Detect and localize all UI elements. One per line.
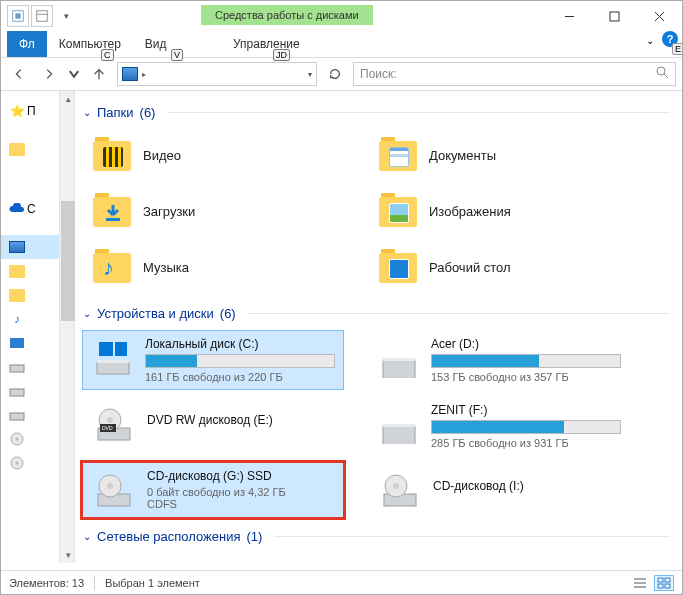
group-header-network[interactable]: ⌄ Сетевые расположения (1) <box>83 529 670 544</box>
keytip-help: E <box>672 43 683 55</box>
hdd-icon <box>379 337 419 379</box>
address-bar[interactable]: ▸ ▾ <box>117 62 317 86</box>
qat-props-icon[interactable] <box>31 5 53 27</box>
svg-rect-30 <box>383 426 415 444</box>
folder-tile-music[interactable]: ♪ Музыка <box>87 242 347 292</box>
folder-tile-desktop[interactable]: Рабочий стол <box>373 242 633 292</box>
group-count: (6) <box>140 105 156 120</box>
folder-tile-videos[interactable]: Видео <box>87 130 347 180</box>
drive-free-text: 153 ГБ свободно из 357 ГБ <box>431 371 621 383</box>
svg-rect-31 <box>383 424 415 427</box>
sidebar-scrollbar[interactable]: ▴ ▾ <box>59 91 75 563</box>
sidebar-item[interactable] <box>1 283 59 307</box>
back-button[interactable] <box>7 62 31 86</box>
svg-rect-2 <box>37 11 48 22</box>
divider <box>274 536 670 537</box>
divider <box>167 112 670 113</box>
keytip-view: V <box>171 49 183 61</box>
address-dropdown-icon[interactable]: ▾ <box>308 70 312 79</box>
svg-rect-22 <box>115 342 127 356</box>
drive-name: Acer (D:) <box>431 337 621 351</box>
svg-rect-1 <box>15 13 20 18</box>
view-details-button[interactable] <box>630 575 650 591</box>
history-dropdown-icon[interactable] <box>67 62 81 86</box>
scroll-up-icon[interactable]: ▴ <box>60 91 76 107</box>
group-header-drives[interactable]: ⌄ Устройства и диски (6) <box>83 306 670 321</box>
search-icon <box>656 66 669 82</box>
sidebar-item[interactable] <box>1 137 59 161</box>
sidebar-item[interactable] <box>1 451 59 475</box>
sidebar-item[interactable] <box>1 379 59 403</box>
desktop-icon <box>9 335 25 351</box>
qat-dropdown-icon[interactable]: ▾ <box>55 5 77 27</box>
drive-tile-i[interactable]: CD-дисковод (I:) <box>369 463 629 517</box>
drive-tile-e[interactable]: DVD DVD RW дисковод (E:) <box>83 397 343 455</box>
maximize-button[interactable] <box>592 1 637 31</box>
folder-icon <box>379 249 419 285</box>
folder-icon <box>93 193 133 229</box>
status-selection: Выбран 1 элемент <box>105 577 200 589</box>
drive-usage-bar <box>145 354 335 368</box>
folder-tile-downloads[interactable]: Загрузки <box>87 186 347 236</box>
chevron-down-icon: ⌄ <box>83 308 91 319</box>
sidebar-item[interactable] <box>1 259 59 283</box>
svg-rect-24 <box>383 358 415 361</box>
divider <box>94 576 95 590</box>
search-placeholder: Поиск: <box>360 67 397 81</box>
svg-rect-12 <box>10 389 24 396</box>
chevron-down-icon: ⌄ <box>83 531 91 542</box>
folder-icon <box>379 137 419 173</box>
drive-tile-c[interactable]: Локальный диск (C:) 161 ГБ свободно из 2… <box>83 331 343 389</box>
sidebar-item[interactable] <box>1 427 59 451</box>
disc-icon <box>9 431 25 447</box>
folder-tile-pictures[interactable]: Изображения <box>373 186 633 236</box>
view-tiles-button[interactable] <box>654 575 674 591</box>
search-box[interactable]: Поиск: <box>353 62 676 86</box>
status-item-count: Элементов: 13 <box>9 577 84 589</box>
folder-tile-documents[interactable]: Документы <box>373 130 633 180</box>
title-bar: ▾ Средства работы с дисками <box>1 1 682 31</box>
network-tile-homer[interactable]: Windows Media Player Homer (homer-pc) <box>83 554 343 563</box>
svg-rect-20 <box>97 360 129 363</box>
sidebar-item[interactable] <box>1 403 59 427</box>
refresh-button[interactable] <box>323 62 347 86</box>
sidebar-item[interactable] <box>1 331 59 355</box>
folder-icon <box>9 289 25 302</box>
group-header-folders[interactable]: ⌄ Папки (6) <box>83 105 670 120</box>
close-button[interactable] <box>637 1 682 31</box>
tab-manage[interactable]: Управление <box>221 31 312 57</box>
drive-name: CD-дисковод (I:) <box>433 479 619 493</box>
chevron-right-icon[interactable]: ▸ <box>142 70 146 79</box>
forward-button[interactable] <box>37 62 61 86</box>
folder-label: Документы <box>429 148 496 163</box>
tab-computer[interactable]: Компьютер <box>47 31 133 57</box>
scroll-down-icon[interactable]: ▾ <box>60 547 76 563</box>
svg-rect-47 <box>658 584 663 588</box>
drive-tile-f[interactable]: ZENIT (F:) 285 ГБ свободно из 931 ГБ <box>369 397 629 455</box>
cloud-icon <box>9 201 25 217</box>
sidebar-item[interactable]: ♪ <box>1 307 59 331</box>
dvd-drive-icon: DVD <box>93 403 135 445</box>
svg-rect-45 <box>658 578 663 582</box>
qat-undo-icon[interactable] <box>7 5 29 27</box>
drive-tile-d[interactable]: Acer (D:) 153 ГБ свободно из 357 ГБ <box>369 331 629 389</box>
tab-file[interactable]: Фл <box>7 31 47 57</box>
up-button[interactable] <box>87 62 111 86</box>
ribbon-collapse-icon[interactable]: ⌄ <box>646 35 654 46</box>
folder-label: Видео <box>143 148 181 163</box>
sidebar-item[interactable] <box>1 355 59 379</box>
drive-filesystem: CDFS <box>147 498 333 510</box>
drive-usage-bar <box>431 420 621 434</box>
drive-tile-g[interactable]: CD-дисковод (G:) SSD 0 байт свободно из … <box>83 463 343 517</box>
disc-icon <box>9 455 25 471</box>
sidebar-item-favorites[interactable]: ⭐П <box>1 99 59 123</box>
scroll-thumb[interactable] <box>61 201 75 321</box>
status-bar: Элементов: 13 Выбран 1 элемент <box>1 570 682 594</box>
svg-rect-13 <box>10 413 24 420</box>
sidebar-item-onedrive[interactable]: C <box>1 197 59 221</box>
sidebar-item-this-pc[interactable] <box>1 235 59 259</box>
drive-icon <box>9 383 25 399</box>
chevron-down-icon: ⌄ <box>83 107 91 118</box>
minimize-button[interactable] <box>547 1 592 31</box>
music-icon: ♪ <box>9 311 25 327</box>
